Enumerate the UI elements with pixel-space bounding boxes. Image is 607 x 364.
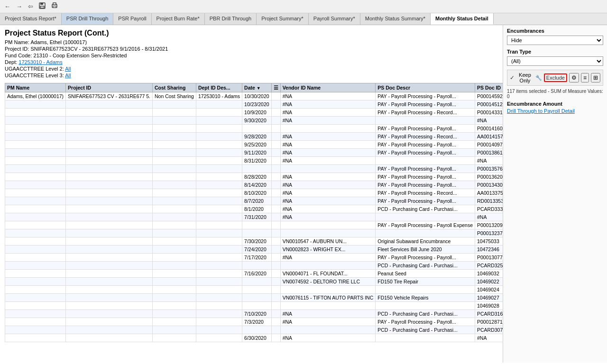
table-cell bbox=[196, 100, 242, 109]
col-header-psid: PS Doc ID bbox=[475, 83, 503, 92]
table-cell: PAY - Payroll Processing - Payroll... bbox=[376, 125, 475, 133]
table-row: Adams, Ethel (10000017)SNIFARE677523 CV … bbox=[5, 92, 503, 100]
save-button[interactable] bbox=[37, 1, 47, 11]
pm-label: PM Name: bbox=[5, 39, 29, 45]
tran-type-dropdown[interactable]: (All) bbox=[507, 56, 603, 66]
tab-pbr-drill-through[interactable]: PBR Drill Through bbox=[205, 13, 257, 25]
tab-project-summary[interactable]: Project Summary* bbox=[257, 13, 309, 25]
dept-link[interactable]: 17253010 - Adams bbox=[18, 59, 62, 65]
table-cell bbox=[66, 254, 153, 262]
table-cell bbox=[271, 262, 280, 270]
col-header-psdescr: PS Doc Descr bbox=[376, 83, 475, 92]
encumbrances-dropdown[interactable]: Hide bbox=[507, 36, 603, 45]
table-cell bbox=[376, 229, 475, 237]
table-row: 10/23/2020#NAPAY - Payroll Processing - … bbox=[5, 100, 503, 109]
tab-psr-drill-through[interactable]: PSR Drill Through bbox=[62, 13, 113, 25]
table-cell: P000145122 bbox=[475, 100, 503, 109]
table-row: PAY - Payroll Processing - Payroll...P00… bbox=[5, 165, 503, 173]
ugacc-l2-link[interactable]: All bbox=[65, 66, 71, 72]
table-cell: AA00141574 bbox=[475, 133, 503, 141]
tran-type-label: Tran Type bbox=[507, 49, 603, 55]
left-panel: Project Status Report (Cont.) PM Name: A… bbox=[0, 25, 503, 363]
table-cell bbox=[196, 181, 242, 189]
table-row: 9/11/2020#NAPAY - Payroll Processing - P… bbox=[5, 149, 503, 157]
grid-icon-button[interactable]: ⊞ bbox=[591, 73, 600, 82]
table-cell bbox=[66, 125, 153, 133]
table-cell bbox=[153, 318, 196, 326]
table-cell: P000140978 bbox=[475, 141, 503, 149]
print-button[interactable] bbox=[49, 1, 60, 11]
pm-name-row: PM Name: Adams, Ethel (1000017) bbox=[5, 39, 498, 45]
table-cell: PAY - Payroll Processing - Payroll... bbox=[376, 181, 475, 189]
table-cell bbox=[196, 229, 242, 237]
table-row: 7/10/2020#NAPCD - Purchasing Card - Purc… bbox=[5, 310, 503, 318]
ugacc-l3-link[interactable]: All bbox=[65, 73, 71, 78]
table-cell bbox=[153, 157, 196, 165]
table-cell bbox=[5, 262, 66, 270]
table-cell: PAY - Payroll Processing - Payroll... bbox=[376, 318, 475, 326]
table-cell bbox=[153, 286, 196, 294]
table-cell bbox=[271, 246, 280, 254]
table-cell bbox=[196, 254, 242, 262]
table-row: 8/31/2020#NA#NA$0.00$2,320.85 bbox=[5, 157, 503, 165]
table-cell bbox=[66, 262, 153, 270]
table-row: 7/16/2020VN0004071 - FL FOUNDAT...Peanut… bbox=[5, 270, 503, 278]
table-row: 8/7/2020#NAPAY - Payroll Processing - Pa… bbox=[5, 197, 503, 205]
table-row: 8/28/2020#NAPAY - Payroll Processing - P… bbox=[5, 173, 503, 181]
table-cell: PAY - Payroll Processing - Record... bbox=[376, 189, 475, 197]
table-cell bbox=[5, 254, 66, 262]
col-header-cost: Cost Sharing bbox=[153, 83, 196, 92]
table-cell: 7/3/2020 bbox=[242, 318, 272, 326]
table-cell: 10472346 bbox=[475, 246, 503, 254]
forward-button[interactable]: → bbox=[14, 2, 24, 11]
table-cell bbox=[66, 205, 153, 213]
table-cell bbox=[66, 213, 153, 221]
table-cell: P000145927 bbox=[475, 92, 503, 100]
table-cell bbox=[66, 278, 153, 286]
table-row: 10/9/2020#NAPAY - Payroll Processing - R… bbox=[5, 109, 503, 117]
tab-project-status-report[interactable]: Project Status Report* bbox=[0, 13, 62, 25]
table-cell bbox=[196, 141, 242, 149]
data-table: PM Name Project ID Cost Sharing Dept ID … bbox=[5, 83, 503, 342]
table-cell: 10469028 bbox=[475, 302, 503, 310]
tab-monthly-status-summary[interactable]: Monthly Status Summary* bbox=[360, 13, 431, 25]
table-cell: #NA bbox=[280, 334, 376, 342]
table-cell bbox=[153, 173, 196, 181]
table-cell bbox=[153, 294, 196, 302]
table-cell bbox=[242, 294, 272, 302]
table-cell bbox=[376, 334, 475, 342]
table-cell bbox=[271, 326, 280, 334]
exclude-button[interactable]: Exclude bbox=[544, 73, 567, 82]
table-cell: PCD - Purchasing Card - Purchasi... bbox=[376, 205, 475, 213]
table-cell bbox=[153, 100, 196, 109]
table-cell bbox=[5, 278, 66, 286]
table-cell bbox=[66, 318, 153, 326]
table-cell: #NA bbox=[280, 189, 376, 197]
table-cell: 7/24/2020 bbox=[242, 246, 272, 254]
filter-icon: 🔧 bbox=[535, 75, 542, 81]
format-icon-button[interactable]: ≡ bbox=[581, 73, 589, 82]
table-cell: Non Cost Sharing bbox=[153, 92, 196, 100]
table-cell: PAY - Payroll Processing - Payroll... bbox=[376, 173, 475, 181]
tab-project-burn-rate[interactable]: Project Burn Rate* bbox=[152, 13, 205, 25]
tab-psr-payroll[interactable]: PSR Payroll bbox=[113, 13, 151, 25]
table-cell bbox=[196, 334, 242, 342]
tab-payroll-summary[interactable]: Payroll Summary* bbox=[309, 13, 360, 25]
back-button[interactable]: ← bbox=[2, 2, 12, 11]
adjust-icon-button[interactable]: ⚙ bbox=[569, 73, 579, 82]
table-cell: #NA bbox=[475, 213, 503, 221]
table-cell bbox=[5, 117, 66, 125]
svg-rect-4 bbox=[53, 3, 56, 5]
table-cell bbox=[271, 197, 280, 205]
table-cell bbox=[5, 270, 66, 278]
table-cell bbox=[196, 310, 242, 318]
table-cell bbox=[196, 189, 242, 197]
drill-through-link[interactable]: Drill Through to Payroll Detail bbox=[507, 108, 575, 114]
keep-only-button[interactable]: Keep Only bbox=[516, 72, 533, 84]
table-cell bbox=[242, 262, 272, 270]
ugacc-l2-row: UGAACCTTREE Level 2: All bbox=[5, 66, 498, 72]
table-cell bbox=[196, 173, 242, 181]
back2-button[interactable]: ⇦ bbox=[26, 2, 35, 11]
table-row: 7/30/2020VN0010547 - AUBURN UN...Origina… bbox=[5, 237, 503, 246]
tab-monthly-status-detail[interactable]: Monthly Status Detail bbox=[431, 13, 494, 25]
